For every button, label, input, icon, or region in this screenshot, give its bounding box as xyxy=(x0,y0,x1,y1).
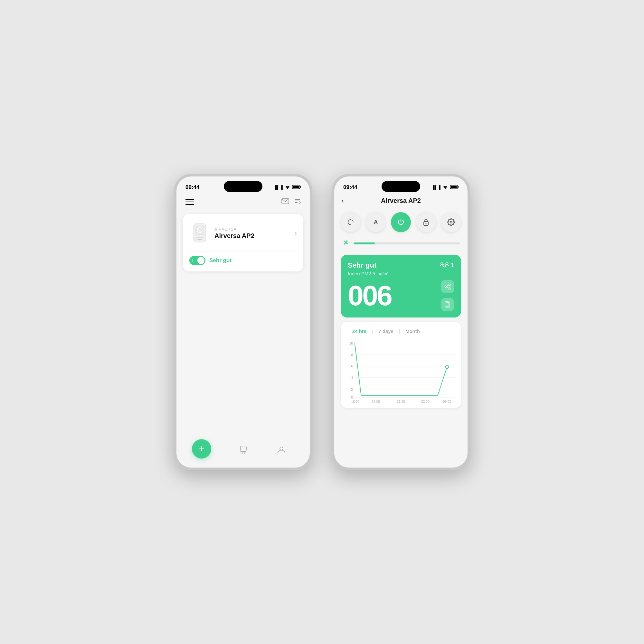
device-name: Airversa AP2 xyxy=(214,232,254,240)
aq-big-value: 006 xyxy=(348,281,391,310)
device-card-bottom: I Sehr gut xyxy=(189,251,297,265)
aq-wave-row: 1 xyxy=(440,261,454,270)
dynamic-island-2 xyxy=(382,181,420,192)
sort-icon[interactable] xyxy=(294,198,301,206)
chart-tabs: 24 hrs 7 days Month xyxy=(346,327,455,335)
wave-icon xyxy=(440,261,449,270)
phone-2: 09:44 ▐▌▐ ‹ Airversa AP2 xyxy=(332,174,470,470)
tab-24hrs[interactable]: 24 hrs xyxy=(346,327,372,335)
wifi-icon-2 xyxy=(442,185,448,190)
settings-button[interactable] xyxy=(441,212,461,232)
device-card[interactable]: AIRVERSA Airversa AP2 › I Sehr gut xyxy=(183,214,303,271)
tab-7days[interactable]: 7 days xyxy=(373,327,399,335)
svg-text:8: 8 xyxy=(351,353,353,357)
fab-add-button[interactable]: + xyxy=(192,439,211,459)
aq-unit: ug/m³ xyxy=(378,271,388,276)
power-toggle[interactable]: I xyxy=(189,256,205,265)
phone-1: 09:44 ▐▌▐ xyxy=(174,174,312,470)
svg-text:10: 10 xyxy=(349,341,353,345)
svg-point-20 xyxy=(449,284,450,286)
auto-button[interactable]: A xyxy=(366,212,386,232)
svg-text:2: 2 xyxy=(351,387,353,391)
svg-rect-1 xyxy=(293,186,299,188)
back-button[interactable]: ‹ xyxy=(341,197,344,205)
svg-point-11 xyxy=(244,452,245,454)
lock-button[interactable] xyxy=(416,212,436,232)
bottom-nav: + xyxy=(176,439,310,468)
svg-line-23 xyxy=(446,287,449,288)
wifi-icon xyxy=(285,185,290,190)
status-icons-1: ▐▌▐ xyxy=(274,185,301,190)
aq-action-icons xyxy=(441,280,454,311)
device-image xyxy=(189,220,210,246)
fan-icon xyxy=(342,239,350,248)
svg-rect-15 xyxy=(458,186,459,188)
svg-text:21:00: 21:00 xyxy=(397,399,405,403)
svg-text:4: 4 xyxy=(351,375,353,380)
svg-point-12 xyxy=(280,447,283,450)
device-text: AIRVERSA Airversa AP2 xyxy=(214,227,254,240)
power-button[interactable] xyxy=(391,212,411,232)
svg-point-17 xyxy=(426,223,427,224)
svg-rect-9 xyxy=(197,239,202,240)
svg-text:03:00: 03:00 xyxy=(421,399,429,403)
svg-text:09:00: 09:00 xyxy=(443,399,451,403)
aq-label: Innen PM2.5 xyxy=(348,271,375,276)
svg-point-21 xyxy=(449,288,450,289)
svg-rect-26 xyxy=(445,302,449,306)
signal-icon-2: ▐▌▐ xyxy=(431,185,440,190)
device-status-text: Sehr gut xyxy=(209,257,232,264)
svg-point-39 xyxy=(446,365,449,369)
chart-area: 10 8 6 4 2 0 xyxy=(346,340,455,404)
svg-rect-2 xyxy=(300,186,301,188)
svg-text:10:00: 10:00 xyxy=(351,399,359,403)
fan-speed-slider[interactable] xyxy=(354,242,460,244)
phone2-header: ‹ Airversa AP2 xyxy=(334,194,468,209)
svg-text:0: 0 xyxy=(351,395,353,399)
device-info: AIRVERSA Airversa AP2 xyxy=(189,220,254,246)
svg-text:6: 6 xyxy=(351,364,353,368)
dynamic-island-1 xyxy=(224,181,262,192)
tab-month[interactable]: Month xyxy=(400,327,426,335)
status-time-2: 09:44 xyxy=(343,184,357,191)
chart-card: 24 hrs 7 days Month xyxy=(341,322,461,408)
svg-line-24 xyxy=(446,285,449,286)
chevron-right-icon[interactable]: › xyxy=(295,229,297,237)
svg-point-10 xyxy=(241,452,243,454)
aq-wave-num: 1 xyxy=(451,262,454,269)
svg-rect-25 xyxy=(446,303,450,307)
fan-slider-row xyxy=(334,237,468,253)
svg-rect-14 xyxy=(451,186,457,188)
control-buttons: A xyxy=(334,209,468,237)
svg-point-22 xyxy=(445,286,447,288)
hamburger-icon[interactable] xyxy=(185,199,194,205)
svg-point-18 xyxy=(450,221,452,223)
phones-container: 09:44 ▐▌▐ xyxy=(174,174,470,470)
auto-label: A xyxy=(374,219,378,226)
phone1-header xyxy=(176,194,310,211)
battery-icon-2 xyxy=(450,185,459,190)
signal-icon: ▐▌▐ xyxy=(274,185,283,190)
header-right-icons xyxy=(281,198,301,206)
nav-profile[interactable] xyxy=(277,446,286,454)
status-icons-2: ▐▌▐ xyxy=(431,185,459,190)
status-time-1: 09:44 xyxy=(185,184,199,191)
svg-text:15:00: 15:00 xyxy=(372,399,380,403)
battery-icon xyxy=(292,185,301,190)
brand-label: AIRVERSA xyxy=(214,227,254,232)
copy-icon[interactable] xyxy=(441,298,454,311)
sleep-button[interactable] xyxy=(341,212,361,232)
share-icon[interactable] xyxy=(441,280,454,293)
svg-point-7 xyxy=(198,228,202,232)
svg-rect-8 xyxy=(196,237,203,238)
phone2-title: Airversa AP2 xyxy=(381,197,421,204)
aq-status: Sehr gut xyxy=(348,261,388,270)
aq-card: Sehr gut Innen PM2.5 ug/m³ 1 006 xyxy=(341,255,461,317)
plus-icon: + xyxy=(199,443,204,454)
nav-shop[interactable] xyxy=(239,446,248,454)
envelope-icon[interactable] xyxy=(281,198,289,206)
